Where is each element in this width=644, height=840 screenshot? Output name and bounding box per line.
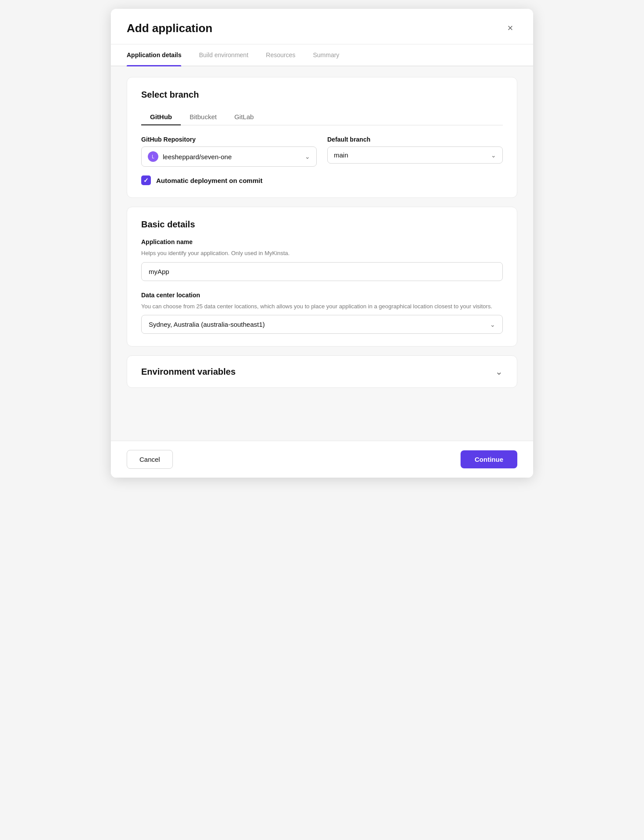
env-variables-title: Environment variables [141,367,236,377]
env-variables-card[interactable]: Environment variables ⌄ [127,355,517,388]
select-branch-card: Select branch GitHub Bitbucket GitLab Gi… [127,77,517,198]
app-name-group: Application name Helps you identify your… [141,238,503,281]
avatar-image: L [148,151,158,162]
basic-details-title: Basic details [141,219,503,230]
datacenter-dropdown[interactable]: Sydney, Australia (australia-southeast1)… [141,315,503,334]
repo-dropdown[interactable]: L leesheppard/seven-one ⌄ [141,146,317,167]
cancel-button[interactable]: Cancel [127,450,173,469]
tab-bitbucket[interactable]: Bitbucket [181,109,226,125]
tab-gitlab[interactable]: GitLab [226,109,263,125]
tab-github[interactable]: GitHub [141,109,181,125]
auto-deploy-row: ✓ Automatic deployment on commit [141,175,503,185]
modal-title: Add application [127,22,212,35]
repo-value: leesheppard/seven-one [163,153,301,161]
app-name-desc: Helps you identify your application. Onl… [141,249,503,258]
provider-tabs: GitHub Bitbucket GitLab [141,109,503,125]
steps-bar: Application details Build environment Re… [111,44,533,66]
modal-header: Add application × [111,9,533,44]
datacenter-group: Data center location You can choose from… [141,292,503,334]
check-icon: ✓ [143,177,149,184]
datacenter-desc: You can choose from 25 data center locat… [141,302,503,311]
auto-deploy-label: Automatic deployment on commit [156,177,263,184]
repo-group: GitHub Repository L leesheppard/seven-on… [141,136,317,167]
branch-value: main [334,151,487,159]
step-application-details[interactable]: Application details [127,44,181,66]
app-name-input[interactable] [141,262,503,281]
select-branch-title: Select branch [141,90,503,100]
repo-branch-row: GitHub Repository L leesheppard/seven-on… [141,136,503,167]
add-application-modal: Add application × Application details Bu… [111,9,533,478]
branch-dropdown[interactable]: main ⌄ [327,146,503,164]
app-name-label: Application name [141,238,503,245]
datacenter-label: Data center location [141,292,503,299]
avatar: L [148,151,158,162]
modal-content: Select branch GitHub Bitbucket GitLab Gi… [111,66,533,441]
repo-label: GitHub Repository [141,136,317,143]
close-button[interactable]: × [503,21,517,35]
branch-chevron-down-icon: ⌄ [491,152,496,159]
step-resources[interactable]: Resources [266,44,296,66]
close-icon: × [508,22,513,34]
branch-label: Default branch [327,136,503,143]
continue-button[interactable]: Continue [461,450,517,468]
branch-group: Default branch main ⌄ [327,136,503,167]
modal-footer: Cancel Continue [111,441,533,478]
svg-text:L: L [152,154,154,159]
step-build-environment[interactable]: Build environment [199,44,248,66]
repo-chevron-down-icon: ⌄ [305,153,310,160]
basic-details-card: Basic details Application name Helps you… [127,207,517,347]
step-summary[interactable]: Summary [313,44,339,66]
auto-deploy-checkbox[interactable]: ✓ [141,175,151,185]
env-chevron-down-icon: ⌄ [495,366,503,377]
datacenter-value: Sydney, Australia (australia-southeast1) [149,321,265,328]
datacenter-chevron-down-icon: ⌄ [490,321,495,328]
